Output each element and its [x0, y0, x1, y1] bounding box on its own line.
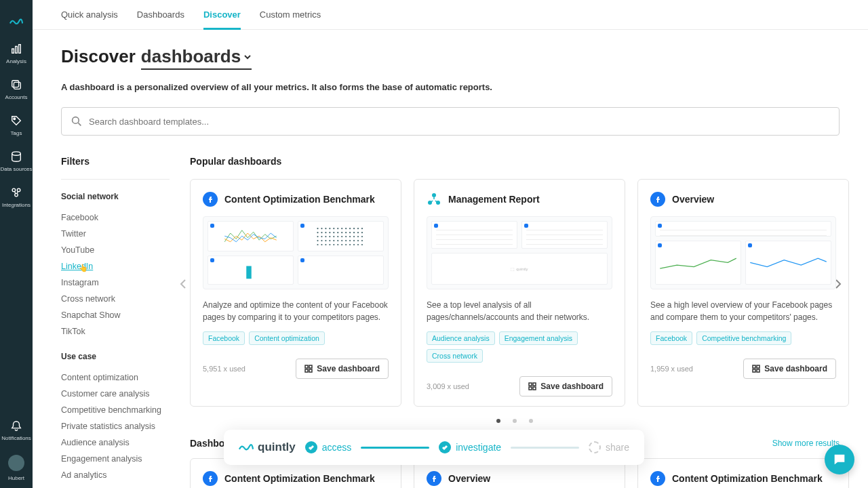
database-icon [9, 150, 23, 163]
nav-analysis[interactable]: Analysis [0, 35, 33, 71]
filter-item[interactable]: Ad analytics [61, 467, 170, 483]
dot[interactable] [513, 419, 517, 423]
filters-panel: Filters Social network FacebookTwitterYo… [61, 156, 170, 488]
tab-dashboards[interactable]: Dashboards [137, 0, 184, 30]
filter-item[interactable]: Content optimization [61, 369, 170, 386]
step-share: share [589, 441, 629, 453]
nav-datasources[interactable]: Data sources [0, 143, 33, 179]
chevron-down-icon [243, 53, 252, 61]
svg-point-7 [12, 188, 16, 192]
filter-item[interactable]: Twitter [61, 226, 170, 242]
tab-custom-metrics[interactable]: Custom metrics [260, 0, 321, 30]
tab-discover[interactable]: Discover [203, 0, 241, 30]
svg-point-11 [317, 228, 318, 229]
chat-button[interactable] [825, 445, 854, 474]
dashboard-card[interactable]: Management Report ⬚ quintly See a top le… [414, 179, 625, 407]
svg-point-61 [325, 244, 326, 245]
filter-item[interactable]: Instagram [61, 274, 170, 291]
svg-rect-79 [529, 383, 532, 386]
filter-item[interactable]: Facebook [61, 209, 170, 226]
search-input[interactable] [89, 117, 829, 127]
dashboard-card[interactable]: Overview See a high level overview of yo… [637, 179, 849, 407]
dashboard-card[interactable]: Content Optimization Benchmark Analyze a… [190, 179, 401, 407]
filter-item[interactable]: Audience analysis [61, 434, 170, 451]
brand-logo[interactable] [0, 8, 33, 35]
card-preview: ⬚ quintly [427, 216, 612, 289]
svg-point-56 [353, 240, 355, 241]
filter-item[interactable]: Engagement analysis [61, 451, 170, 467]
nav-notifications[interactable]: Notifications [0, 412, 33, 448]
dashboard-card[interactable]: Content Optimization Benchmark [637, 458, 849, 488]
save-dashboard-button[interactable]: Save dashboard [296, 359, 389, 379]
svg-point-60 [321, 244, 322, 245]
filter-item[interactable]: Cross network [61, 291, 170, 307]
nav-integrations[interactable]: Integrations [0, 179, 33, 215]
title-dropdown[interactable]: dashboards [141, 46, 252, 70]
carousel-prev[interactable] [176, 274, 190, 294]
nav-accounts[interactable]: Accounts [0, 71, 33, 107]
filter-item[interactable]: Private statistics analysis [61, 418, 170, 434]
svg-rect-71 [246, 266, 252, 279]
svg-point-45 [357, 236, 359, 237]
filter-item[interactable]: YouTube [61, 242, 170, 258]
svg-rect-82 [533, 387, 536, 390]
tag[interactable]: Facebook [650, 331, 692, 345]
svg-rect-85 [753, 369, 755, 372]
save-dashboard-button[interactable]: Save dashboard [743, 359, 836, 379]
svg-point-68 [353, 244, 355, 245]
filter-item[interactable]: TikTok [61, 323, 170, 340]
svg-point-54 [345, 240, 347, 241]
search-field[interactable] [61, 107, 840, 136]
svg-rect-1 [16, 46, 18, 53]
facebook-icon [203, 192, 218, 207]
svg-point-66 [345, 244, 347, 245]
search-icon [71, 116, 82, 127]
svg-rect-81 [529, 387, 532, 390]
dot[interactable] [529, 419, 533, 423]
svg-point-40 [337, 236, 338, 237]
filter-item[interactable]: Customer care analysis [61, 386, 170, 402]
avatar [8, 455, 24, 471]
svg-point-59 [317, 244, 318, 245]
card-preview [650, 216, 836, 289]
svg-point-67 [349, 244, 351, 245]
filters-title: Filters [61, 156, 170, 167]
layers-icon [9, 78, 23, 92]
svg-rect-83 [753, 365, 755, 368]
svg-point-62 [329, 244, 330, 245]
wave-icon [239, 443, 254, 452]
svg-point-55 [349, 240, 351, 241]
svg-point-70 [361, 244, 363, 245]
filter-item[interactable]: Demographics analysis [61, 483, 170, 488]
dot[interactable] [496, 419, 500, 423]
svg-point-43 [349, 236, 351, 237]
tag[interactable]: Facebook [203, 331, 245, 345]
svg-point-41 [341, 236, 342, 237]
nav-tags[interactable]: Tags [0, 107, 33, 143]
nav-user[interactable]: Hubert [0, 448, 33, 488]
filter-item[interactable]: Competitive benchmarking [61, 402, 170, 418]
used-count: 5,951 x used [203, 365, 245, 373]
save-dashboard-button[interactable]: Save dashboard [519, 376, 612, 396]
tag[interactable]: Content optimization [249, 331, 325, 345]
svg-point-12 [321, 228, 322, 229]
tag[interactable]: Engagement analysis [499, 331, 578, 345]
tag[interactable]: Cross network [427, 349, 483, 363]
svg-point-36 [321, 236, 322, 237]
tab-quick-analysis[interactable]: Quick analysis [61, 0, 118, 30]
tag[interactable]: Competitive benchmarking [696, 331, 791, 345]
svg-point-63 [333, 244, 334, 245]
filter-item[interactable]: Snapchat Show [61, 307, 170, 323]
filter-item[interactable]: LinkedIn [61, 258, 170, 274]
facebook-icon [650, 471, 665, 486]
card-preview [203, 216, 389, 289]
show-more-link[interactable]: Show more results [772, 439, 840, 448]
grid-icon [304, 365, 313, 373]
nav-label: Notifications [1, 435, 31, 441]
nav-label: Integrations [2, 202, 31, 208]
page-description: A dashboard is a personalized overview o… [61, 82, 840, 92]
card-description: Analyze and optimize the content of your… [203, 299, 389, 323]
svg-point-37 [325, 236, 326, 237]
svg-point-27 [333, 232, 334, 233]
tag[interactable]: Audience analysis [427, 331, 495, 345]
